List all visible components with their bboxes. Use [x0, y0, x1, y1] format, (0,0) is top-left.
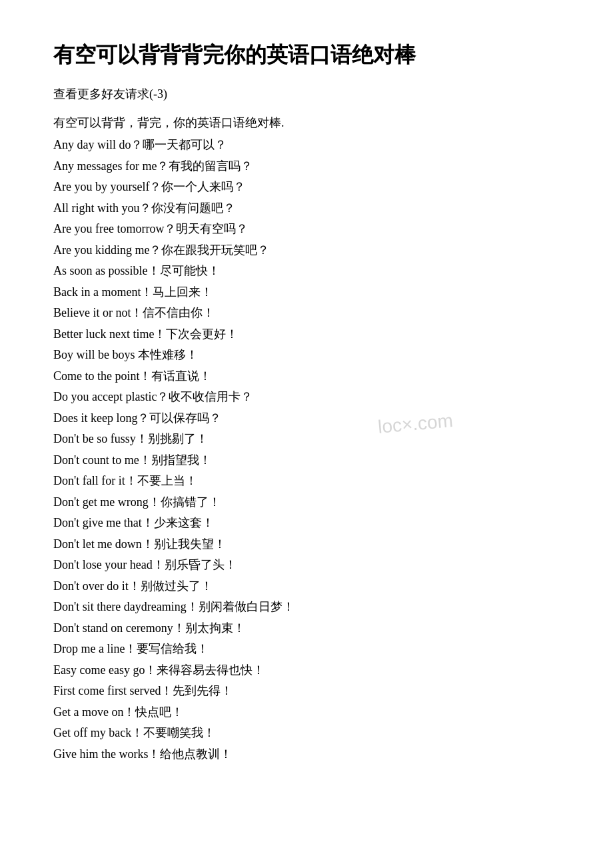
list-item: Come to the point！有话直说！: [53, 366, 560, 387]
list-item: Don't give me that！少来这套！: [53, 513, 560, 534]
list-item: Get off my back！不要嘲笑我！: [53, 723, 560, 744]
list-item: Don't sit there daydreaming！别闲着做白日梦！: [53, 597, 560, 618]
content-list: Any day will do？哪一天都可以？Any messages for …: [53, 135, 560, 765]
list-item: Believe it or not！信不信由你！: [53, 303, 560, 324]
list-item: Don't over do it！别做过头了！: [53, 576, 560, 597]
list-item: Any messages for me？有我的留言吗？: [53, 156, 560, 177]
list-item: Does it keep long？可以保存吗？: [53, 408, 560, 429]
list-item: Don't count to me！别指望我！: [53, 450, 560, 471]
list-item: Easy come easy go！来得容易去得也快！: [53, 660, 560, 681]
list-item: Don't fall for it！不要上当！: [53, 471, 560, 492]
page-title: 有空可以背背背完你的英语口语绝对棒: [53, 40, 560, 70]
list-item: Are you by yourself？你一个人来吗？: [53, 177, 560, 198]
list-item: First come first served！先到先得！: [53, 681, 560, 702]
list-item: Give him the works！给他点教训！: [53, 744, 560, 765]
intro-text: 有空可以背背，背完，你的英语口语绝对棒.: [53, 113, 560, 134]
list-item: Do you accept plastic？收不收信用卡？: [53, 387, 560, 408]
list-item: Back in a moment！马上回来！: [53, 282, 560, 303]
list-item: Boy will be boys 本性难移！: [53, 345, 560, 366]
list-item: Better luck next time！下次会更好！: [53, 324, 560, 345]
list-item: Don't be so fussy！别挑剔了！: [53, 429, 560, 450]
list-item: Don't lose your head！别乐昏了头！: [53, 555, 560, 576]
list-item: Get a move on！快点吧！: [53, 702, 560, 723]
subtitle: 查看更多好友请求(-3): [53, 86, 560, 102]
page-wrapper: 有空可以背背背完你的英语口语绝对棒 查看更多好友请求(-3) 有空可以背背，背完…: [53, 40, 560, 765]
list-item: Don't get me wrong！你搞错了！: [53, 492, 560, 513]
list-item: Are you free tomorrow？明天有空吗？: [53, 219, 560, 240]
list-item: Don't stand on ceremony！别太拘束！: [53, 618, 560, 639]
list-item: Drop me a line！要写信给我！: [53, 639, 560, 660]
list-item: Don't let me down！别让我失望！: [53, 534, 560, 555]
list-item: As soon as possible！尽可能快！: [53, 261, 560, 282]
list-item: Are you kidding me？你在跟我开玩笑吧？: [53, 240, 560, 261]
list-item: Any day will do？哪一天都可以？: [53, 135, 560, 156]
list-item: All right with you？你没有问题吧？: [53, 198, 560, 219]
